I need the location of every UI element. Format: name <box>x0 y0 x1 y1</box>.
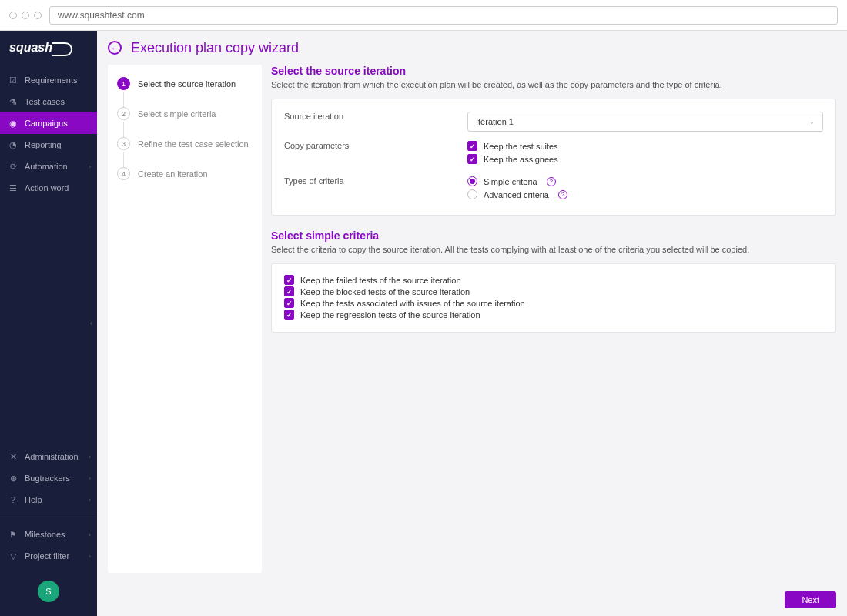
window-controls <box>9 12 42 19</box>
tools-icon: ✕ <box>8 451 18 462</box>
checkbox-keep-regression[interactable]: Keep the regression tests of the source … <box>284 310 823 320</box>
radio-simple-criteria[interactable]: Simple criteria ? <box>467 176 823 186</box>
nav-test-cases[interactable]: ⚗ Test cases <box>0 91 97 112</box>
checkbox-label: Keep the failed tests of the source iter… <box>300 276 461 285</box>
checkbox-keep-failed[interactable]: Keep the failed tests of the source iter… <box>284 275 823 285</box>
main-area: ← Execution plan copy wizard 1 Select th… <box>97 31 847 616</box>
nav-label: Bugtrackers <box>25 474 70 483</box>
chevron-right-icon: › <box>89 454 91 460</box>
gauge-icon: ◔ <box>8 139 18 150</box>
browser-chrome: www.squashtest.com <box>0 0 847 31</box>
radio-label: Advanced criteria <box>484 190 549 199</box>
close-dot[interactable] <box>9 12 17 19</box>
checkbox-keep-blocked[interactable]: Keep the blocked tests of the source ite… <box>284 286 823 296</box>
checkbox-icon <box>284 275 294 285</box>
chevron-right-icon: › <box>89 553 91 560</box>
step-number: 4 <box>117 167 130 180</box>
nav-reporting[interactable]: ◔ Reporting <box>0 134 97 156</box>
checkbox-label: Keep the assignees <box>484 155 558 164</box>
nav-help[interactable]: ? Help › <box>0 489 97 511</box>
chevron-right-icon: › <box>89 163 91 170</box>
nav-campaigns[interactable]: ◉ Campaigns <box>0 112 97 134</box>
section-desc-source: Select the iteration from which the exec… <box>271 80 836 89</box>
nav-secondary: ✕ Administration › ⊛ Bugtrackers › ? Hel… <box>0 441 97 515</box>
nav-main: ☑ Requirements ⚗ Test cases ◉ Campaigns … <box>0 65 97 203</box>
nav-label: Reporting <box>25 140 62 149</box>
checkbox-label: Keep the test suites <box>484 142 558 151</box>
nav-milestones[interactable]: ⚑ Milestones › <box>0 524 97 545</box>
step-label: Refine the test case selection <box>138 139 249 149</box>
nav-project-filter[interactable]: ▽ Project filter › <box>0 545 97 567</box>
min-dot[interactable] <box>22 12 29 19</box>
radio-icon <box>467 176 477 186</box>
label-types-criteria: Types of criteria <box>284 176 467 203</box>
step-3[interactable]: 3 Refine the test case selection <box>117 137 253 150</box>
logo-text: squash <box>9 41 68 55</box>
nav-bugtrackers[interactable]: ⊛ Bugtrackers › <box>0 467 97 489</box>
radio-advanced-criteria[interactable]: Advanced criteria ? <box>467 189 823 199</box>
section-title-criteria: Select simple criteria <box>271 229 836 242</box>
checkbox-icon <box>284 310 294 320</box>
select-value: Itération 1 <box>476 117 514 126</box>
checkbox-icon <box>467 141 477 151</box>
play-circle-icon: ◉ <box>8 118 18 129</box>
bug-icon: ⊛ <box>8 473 18 484</box>
chevron-right-icon: › <box>89 531 91 538</box>
simple-criteria-card: Keep the failed tests of the source iter… <box>271 263 836 333</box>
nav-label: Milestones <box>25 530 65 539</box>
nav-label: Help <box>25 495 42 504</box>
checkbox-keep-test-suites[interactable]: Keep the test suites <box>467 141 823 151</box>
list-icon: ☰ <box>8 182 18 193</box>
chevron-right-icon: › <box>89 497 91 504</box>
next-button[interactable]: Next <box>785 591 836 608</box>
help-icon[interactable]: ? <box>547 177 556 186</box>
section-title-source: Select the source iteration <box>271 65 836 77</box>
help-icon[interactable]: ? <box>558 190 567 199</box>
nav-administration[interactable]: ✕ Administration › <box>0 446 97 467</box>
nav-requirements[interactable]: ☑ Requirements <box>0 69 97 91</box>
max-dot[interactable] <box>34 12 42 19</box>
chevron-down-icon: ⌄ <box>809 119 815 126</box>
step-1[interactable]: 1 Select the source iteration <box>117 77 253 90</box>
step-label: Select the source iteration <box>138 79 236 89</box>
checkbox-keep-issues[interactable]: Keep the tests associated with issues of… <box>284 298 823 308</box>
url-bar[interactable]: www.squashtest.com <box>49 6 838 25</box>
checkbox-label: Keep the regression tests of the source … <box>300 310 480 320</box>
flask-icon: ⚗ <box>8 96 18 107</box>
step-4[interactable]: 4 Create an iteration <box>117 167 253 180</box>
radio-icon <box>467 189 477 199</box>
checkbox-icon <box>284 298 294 308</box>
help-icon: ? <box>8 494 18 505</box>
nav-tertiary: ⚑ Milestones › ▽ Project filter › <box>0 519 97 571</box>
page-title: Execution plan copy wizard <box>131 40 299 56</box>
page-header: ← Execution plan copy wizard <box>97 31 847 65</box>
nav-label: Requirements <box>25 75 77 85</box>
nav-action-word[interactable]: ☰ Action word <box>0 177 97 199</box>
logo: squash <box>0 31 97 65</box>
step-number: 1 <box>117 77 130 90</box>
label-copy-parameters: Copy parameters <box>284 141 467 167</box>
refresh-icon: ⟳ <box>8 161 18 172</box>
sidebar: squash ☑ Requirements ⚗ Test cases ◉ Cam… <box>0 31 97 616</box>
checkbox-label: Keep the tests associated with issues of… <box>300 299 525 308</box>
checkbox-keep-assignees[interactable]: Keep the assignees <box>467 154 823 164</box>
wizard-footer: Next <box>97 584 847 616</box>
nav-label: Campaigns <box>25 119 68 128</box>
nav-label: Automation <box>25 162 68 171</box>
checkbox-icon <box>284 286 294 296</box>
collapse-sidebar-icon[interactable]: ‹ <box>90 318 92 326</box>
wizard-steps: 1 Select the source iteration 2 Select s… <box>108 65 262 573</box>
arrow-left-icon: ← <box>111 44 119 52</box>
nav-label: Project filter <box>25 551 69 561</box>
form-area: Select the source iteration Select the i… <box>271 65 836 573</box>
step-2[interactable]: 2 Select simple criteria <box>117 107 253 120</box>
section-desc-criteria: Select the criteria to copy the source i… <box>271 245 836 254</box>
filter-icon: ▽ <box>8 551 18 561</box>
step-label: Select simple criteria <box>138 109 216 119</box>
step-label: Create an iteration <box>138 169 208 179</box>
step-number: 3 <box>117 137 130 150</box>
avatar[interactable]: S <box>38 581 59 602</box>
back-button[interactable]: ← <box>108 41 122 55</box>
source-iteration-select[interactable]: Itération 1 ⌄ <box>467 112 823 132</box>
nav-automation[interactable]: ⟳ Automation › <box>0 156 97 177</box>
